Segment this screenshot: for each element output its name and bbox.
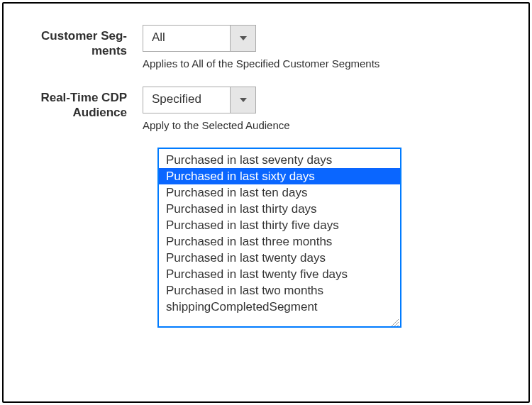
rtcdp-audience-control: Specified Apply to the Selected Audience (143, 87, 510, 131)
resize-handle[interactable] (390, 316, 399, 325)
chevron-down-icon (230, 26, 255, 51)
audience-option[interactable]: Purchased in last thirty days (159, 201, 400, 217)
svg-marker-1 (240, 98, 247, 102)
customer-segments-label: Customer Seg- ments (22, 25, 143, 59)
select-value: Specified (143, 87, 230, 113)
audience-option[interactable]: Purchased in last twenty days (159, 250, 400, 266)
customer-segments-hint: Applies to All of the Specified Customer… (143, 57, 510, 70)
rtcdp-audience-select[interactable]: Specified (143, 87, 256, 113)
customer-segments-row: Customer Seg- ments All Applies to All o… (22, 25, 510, 70)
chevron-down-icon (230, 87, 255, 113)
audience-option[interactable]: Purchased in last twenty five days (159, 266, 400, 282)
audience-listbox-wrap: Purchased in last seventy daysPurchased … (158, 148, 510, 327)
rtcdp-audience-hint: Apply to the Selected Audience (143, 119, 510, 131)
audience-option[interactable]: shippingCompletedSegment (159, 299, 400, 315)
audience-option[interactable]: Purchased in last sixty days (159, 168, 400, 184)
customer-segments-select[interactable]: All (143, 25, 256, 52)
audience-option[interactable]: Purchased in last seventy days (159, 152, 400, 168)
rtcdp-audience-label: Real-Time CDP Audience (22, 87, 143, 121)
settings-panel: Customer Seg- ments All Applies to All o… (2, 2, 530, 403)
rtcdp-audience-row: Real-Time CDP Audience Specified Apply t… (22, 87, 510, 131)
audience-option[interactable]: Purchased in last three months (159, 233, 400, 250)
svg-line-4 (397, 325, 399, 326)
customer-segments-control: All Applies to All of the Specified Cust… (143, 25, 510, 70)
audience-listbox[interactable]: Purchased in last seventy daysPurchased … (158, 148, 401, 327)
audience-option[interactable]: Purchased in last two months (159, 282, 400, 299)
label-line: Real-Time CDP (40, 91, 127, 104)
svg-marker-0 (240, 36, 247, 40)
label-line: ments (22, 43, 127, 58)
label-line: Audience (22, 105, 127, 120)
audience-option[interactable]: Purchased in last ten days (159, 184, 400, 201)
audience-option[interactable]: Purchased in last thirty five days (159, 217, 400, 233)
select-value: All (143, 26, 230, 51)
label-line: Customer Seg- (41, 29, 127, 43)
